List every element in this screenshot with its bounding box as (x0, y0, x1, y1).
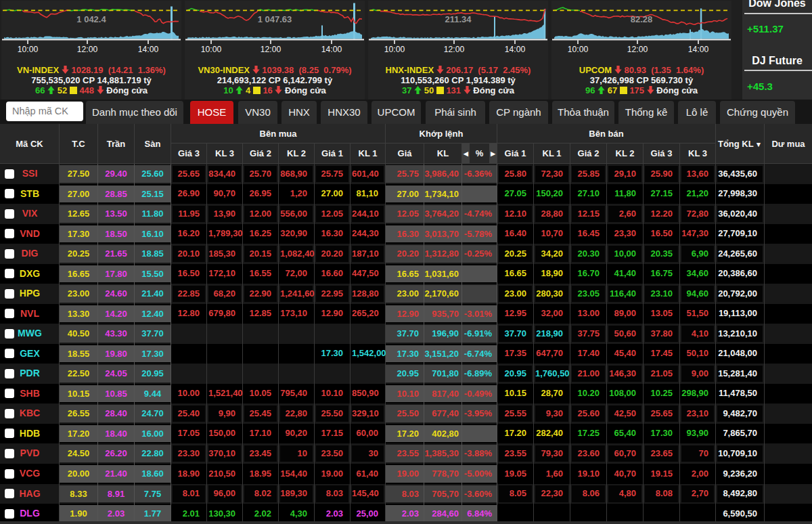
svg-text:14:00: 14:00 (138, 45, 159, 54)
svg-text:10:00: 10:00 (568, 45, 589, 54)
svg-text:12:00: 12:00 (444, 45, 465, 54)
svg-text:1 042.4: 1 042.4 (76, 14, 106, 24)
svg-text:12:00: 12:00 (261, 45, 281, 54)
svg-text:10:00: 10:00 (384, 45, 405, 54)
svg-text:10:00: 10:00 (18, 45, 39, 54)
svg-text:10:00: 10:00 (201, 45, 222, 54)
svg-text:12:00: 12:00 (77, 45, 98, 54)
svg-text:211.34: 211.34 (445, 14, 472, 24)
svg-text:82.28: 82.28 (631, 14, 653, 24)
svg-text:12:00: 12:00 (627, 45, 648, 54)
svg-text:14:00: 14:00 (688, 45, 709, 54)
svg-text:1 047.63: 1 047.63 (258, 14, 292, 24)
svg-text:14:00: 14:00 (321, 45, 342, 54)
svg-text:14:00: 14:00 (505, 45, 526, 54)
